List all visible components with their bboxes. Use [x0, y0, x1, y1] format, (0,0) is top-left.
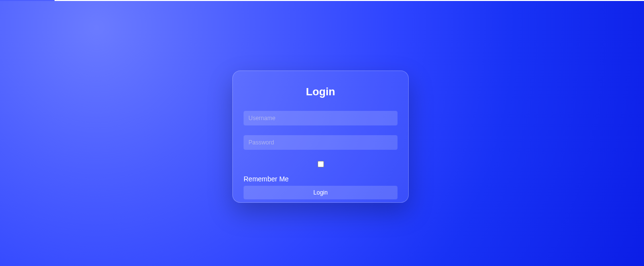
remember-me-label: Remember Me: [244, 175, 398, 183]
login-card: Login Remember Me Login: [232, 71, 409, 203]
remember-me-checkbox[interactable]: [318, 161, 324, 167]
checkbox-row: [244, 160, 398, 168]
top-bar: [0, 0, 644, 1]
login-title: Login: [244, 86, 398, 98]
username-input[interactable]: [244, 111, 398, 125]
password-input[interactable]: [244, 135, 398, 150]
login-button[interactable]: Login: [244, 186, 398, 199]
progress-accent: [0, 0, 55, 1]
